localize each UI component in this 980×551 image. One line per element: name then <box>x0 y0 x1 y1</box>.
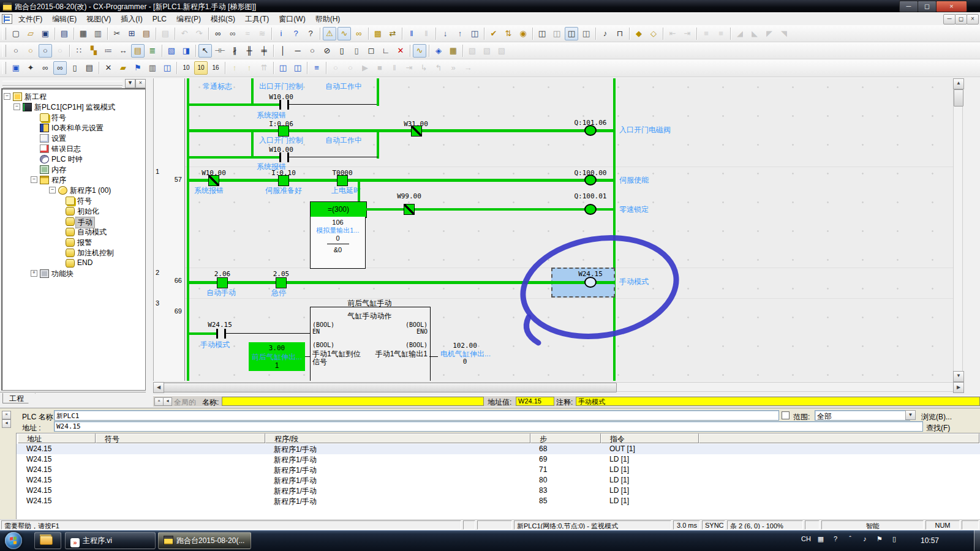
menu-item-插入(I)[interactable]: 插入(I) <box>116 12 147 25</box>
reference-row[interactable]: W24.15新程序1/手动80LD [1] <box>17 475 980 485</box>
menu-item-帮助(H)[interactable]: 帮助(H) <box>311 12 345 25</box>
online-user-icon[interactable]: ◉ <box>516 27 530 40</box>
contact-t0000[interactable] <box>337 175 348 186</box>
menu-item-文件(F)[interactable]: 文件(F) <box>13 12 47 25</box>
transfer-program-icon[interactable]: ⇅ <box>502 27 515 40</box>
tray-expand-icon[interactable]: ˆ <box>844 535 856 542</box>
upload-program-icon[interactable]: ↑ <box>453 27 467 40</box>
verify-program-icon[interactable]: ◫ <box>468 27 481 40</box>
zoom-custom-icon[interactable]: ○ <box>24 44 37 58</box>
reference-row[interactable]: W24.15新程序1/手动68OUT [1] <box>17 444 980 454</box>
properties-window-icon[interactable]: ▤ <box>83 61 96 75</box>
panel-close-icon[interactable]: × <box>2 411 11 419</box>
tree-item-new-project[interactable]: −新工程 <box>2 91 145 102</box>
reference-row[interactable]: W24.15新程序1/手动71LD [1] <box>17 465 980 475</box>
horizontal-scroll-thumb[interactable] <box>164 383 617 392</box>
tree-item-section-alarm[interactable]: 报警 <box>2 237 145 247</box>
address-value-field[interactable]: W24.15 <box>516 397 554 406</box>
toolbar-handle[interactable] <box>2 28 6 40</box>
new-or-closed-contact-icon[interactable]: ╪ <box>257 44 271 58</box>
scope-checkbox[interactable] <box>782 411 790 419</box>
new-horizontal-line-icon[interactable]: ─ <box>291 44 304 58</box>
panel-collapse-icon[interactable]: ◂ <box>2 419 11 428</box>
panel-grip[interactable] <box>2 81 123 86</box>
scroll-down-icon[interactable]: ▼ <box>953 371 964 382</box>
show-comments-icon[interactable]: ▧ <box>165 44 178 58</box>
rung-width-icon[interactable]: ↔ <box>116 44 130 58</box>
monitor-mode-icon[interactable]: ∿ <box>337 27 351 40</box>
mdi-minimize-button[interactable]: ─ <box>943 14 956 24</box>
start-button[interactable] <box>5 532 22 549</box>
address-reference-tool-icon[interactable]: ▰ <box>116 61 130 75</box>
scroll-right-icon[interactable]: ▶ <box>953 382 964 393</box>
explorer-taskbar-button[interactable] <box>34 532 61 549</box>
work-online-icon[interactable]: ⚠ <box>323 27 336 40</box>
mdi-close-button[interactable]: × <box>967 14 979 24</box>
expand-icon[interactable]: + <box>31 270 37 277</box>
window-split-3-icon[interactable]: ◫ <box>565 27 578 40</box>
collapse-icon[interactable]: − <box>49 187 56 193</box>
address-field[interactable]: W24.15 <box>54 421 923 432</box>
scope-combobox[interactable]: 全部 <box>815 410 910 421</box>
menu-item-PLC[interactable]: PLC <box>148 13 172 26</box>
print-preview-icon[interactable]: ▥ <box>91 27 105 40</box>
column-header-符号[interactable]: 符号 <box>96 433 265 443</box>
new-contact-icon[interactable]: ⊣⊢ <box>213 44 227 58</box>
watch-sheet-icon[interactable]: ◈ <box>432 44 445 58</box>
help-topics-icon[interactable]: ? <box>289 27 303 40</box>
language-indicator[interactable]: CH <box>800 535 812 542</box>
io-comment-view-icon[interactable]: ⚑ <box>131 61 145 75</box>
tree-item-section-manual[interactable]: 手动 <box>2 216 145 227</box>
cross-reference-report-icon[interactable]: ✕ <box>102 61 115 75</box>
collapse-icon[interactable]: − <box>4 93 10 100</box>
taskbar-button-labview[interactable]: »主程序.vi <box>65 532 156 549</box>
toolbar-handle[interactable] <box>2 62 6 74</box>
menu-item-编程(P)[interactable]: 编程(P) <box>172 12 206 25</box>
new-fb-invocation-icon[interactable]: ◻ <box>364 44 378 58</box>
panel-close-icon[interactable]: × <box>135 79 146 88</box>
find-replace-icon[interactable]: ∞ <box>226 27 239 40</box>
reference-row[interactable]: W24.15新程序1/手动83LD [1] <box>17 485 980 496</box>
plc-calendar-icon[interactable]: ▦ <box>447 44 460 58</box>
ime-keyboard-icon[interactable]: ▦ <box>815 535 827 543</box>
comment-value-field[interactable]: 手动模式 <box>576 397 980 406</box>
column-header-步[interactable]: 步 <box>530 433 601 443</box>
show-symbol-bar-icon[interactable]: ≣ <box>146 44 159 58</box>
tree-item-error-log[interactable]: 错误日志 <box>2 143 145 154</box>
scroll-up-icon[interactable]: ▲ <box>953 78 964 89</box>
new-fb-parameter-icon[interactable]: ∟ <box>379 44 393 58</box>
new-vertical-line-icon[interactable]: │ <box>276 44 290 58</box>
reference-row[interactable]: W24.15新程序1/手动85LD [1] <box>17 496 980 506</box>
find-icon[interactable]: ∞ <box>211 27 225 40</box>
contact-bar[interactable] <box>224 329 226 339</box>
context-help-icon[interactable]: ? <box>304 27 317 40</box>
browse-button[interactable]: 浏览(B)... <box>921 412 952 422</box>
combobox-dropdown-icon[interactable]: ▼ <box>905 410 916 420</box>
column-header-程序/段[interactable]: 程序/段 <box>265 433 530 443</box>
fb-input-operand-cell[interactable]: 3.00 前后气缸伸出... 1 <box>249 342 305 371</box>
tree-item-section-auto[interactable]: 自动模式 <box>2 227 145 237</box>
mdi-restore-button[interactable]: ◻ <box>955 14 967 24</box>
contact-2-05[interactable] <box>276 277 287 288</box>
volume-icon[interactable]: ♪ <box>859 535 871 542</box>
tree-item-section-filler-control[interactable]: 加注机控制 <box>2 247 145 258</box>
dialog-view-icon[interactable]: ◫ <box>160 61 174 75</box>
menu-item-视图(V)[interactable]: 视图(V) <box>81 12 116 25</box>
zoom-to-fit-icon[interactable]: ○ <box>39 44 52 58</box>
tree-item-function-blocks[interactable]: +功能块 <box>2 268 145 279</box>
closed-contact-w31-00[interactable] <box>411 126 422 137</box>
vertical-scrollbar[interactable] <box>953 78 963 381</box>
contact-bar[interactable] <box>216 329 218 339</box>
contact-bar[interactable] <box>279 100 281 110</box>
tree-item-section-end[interactable]: END <box>2 258 145 268</box>
monitor-glasses-icon[interactable]: ∿ <box>413 44 426 58</box>
print-icon[interactable]: ▦ <box>77 27 90 40</box>
local-symbol-table-icon[interactable]: ▥ <box>146 61 159 75</box>
new-document-icon[interactable]: ▢ <box>9 27 23 40</box>
toolbar-handle[interactable] <box>2 45 6 57</box>
symbol-bar-close-icon[interactable]: × <box>154 397 164 406</box>
transfer-to-plc-icon[interactable]: ⇄ <box>386 27 399 40</box>
online-edit-rungs-icon[interactable]: ◫ <box>291 61 304 75</box>
monitor-decimal-icon[interactable]: 10 <box>179 61 193 75</box>
about-icon[interactable]: i <box>274 27 288 40</box>
